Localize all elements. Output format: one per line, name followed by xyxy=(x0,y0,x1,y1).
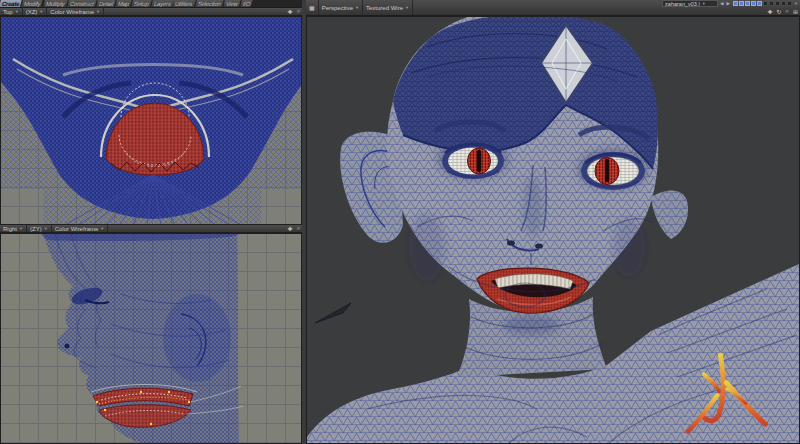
pan-icon[interactable]: ✚ xyxy=(286,225,295,232)
pan-icon[interactable]: ✚ xyxy=(768,8,773,15)
layer-button[interactable] xyxy=(739,1,744,6)
tab-create[interactable]: Create xyxy=(0,0,23,7)
side-shading-label: Color Wireframe xyxy=(55,226,99,232)
tab-utilities[interactable]: Utilities xyxy=(172,0,196,7)
top-shading-select[interactable]: Color Wireframe ▼ xyxy=(47,8,104,15)
header-spacer xyxy=(108,225,285,232)
top-viewport-header: Top ▼ (XZ) ▼ Color Wireframe ▼ ✚ ⌕ xyxy=(0,8,302,16)
prev-layer-icon[interactable]: ◀ xyxy=(720,1,724,6)
side-axis-select[interactable]: (ZY) ▼ xyxy=(27,225,52,232)
tab-map[interactable]: Map xyxy=(115,0,133,7)
layer-button[interactable] xyxy=(763,1,768,6)
pan-icon[interactable]: ✚ xyxy=(286,8,295,15)
left-eye xyxy=(442,143,504,179)
chevron-down-icon: ▼ xyxy=(39,10,43,14)
layer-button[interactable] xyxy=(787,1,792,6)
chevron-down-icon: ▼ xyxy=(15,10,19,14)
side-viewport-header: Right ▼ (ZY) ▼ Color Wireframe ▼ ✚ ⌕ xyxy=(0,225,302,233)
nostril xyxy=(65,344,70,349)
side-axis-label: (ZY) xyxy=(30,226,42,232)
object-filename: zaharan_v03.l xyxy=(665,1,700,7)
magnify-icon[interactable]: ⌕ xyxy=(295,8,302,15)
grid-icon: ▦ xyxy=(309,4,315,11)
tab-io[interactable]: I/O xyxy=(240,0,254,7)
top-viewport-canvas[interactable] xyxy=(0,16,302,225)
tab-construct[interactable]: Construct xyxy=(67,0,98,7)
viewport-nav-icons: ✚ ↻ ⌕ ⊞ xyxy=(662,8,798,16)
layer-bank xyxy=(733,1,792,6)
object-row: zaharan_v03.l ▼ ◀ ▶ xyxy=(662,0,798,8)
perspective-viewport-header: ▦ Perspective ▼ Textured Wire ▼ zaharan_… xyxy=(306,0,800,16)
top-shading-label: Color Wireframe xyxy=(50,9,94,15)
tab-modify[interactable]: Modify xyxy=(22,0,45,7)
perspective-shading-label: Textured Wire xyxy=(366,5,403,11)
next-layer-icon[interactable]: ▶ xyxy=(727,1,731,6)
object-layer-controls: zaharan_v03.l ▼ ◀ ▶ xyxy=(662,0,800,15)
side-shading-select[interactable]: Color Wireframe ▼ xyxy=(52,225,109,232)
tab-setup[interactable]: Setup xyxy=(131,0,152,7)
perspective-viewport-canvas[interactable] xyxy=(306,16,800,444)
chevron-down-icon: ▼ xyxy=(19,227,23,231)
side-view-select[interactable]: Right ▼ xyxy=(0,225,27,232)
top-axis-select[interactable]: (XZ) ▼ xyxy=(23,8,48,15)
perspective-view-select[interactable]: Perspective ▼ xyxy=(319,0,363,15)
layer-button[interactable] xyxy=(781,1,786,6)
layer-button[interactable] xyxy=(745,1,750,6)
chevron-down-icon: ▼ xyxy=(96,10,100,14)
rotate-icon[interactable]: ↻ xyxy=(777,8,782,15)
perspective-viewport-column: ▦ Perspective ▼ Textured Wire ▼ zaharan_… xyxy=(306,0,800,444)
chevron-down-icon: ▼ xyxy=(100,227,104,231)
layer-button[interactable] xyxy=(775,1,780,6)
perspective-shading-select[interactable]: Textured Wire ▼ xyxy=(363,0,413,15)
side-viewport-canvas[interactable] xyxy=(0,233,302,444)
top-view-select[interactable]: Top ▼ xyxy=(0,8,23,15)
tab-layers[interactable]: Layers xyxy=(151,0,175,7)
layer-button[interactable] xyxy=(757,1,762,6)
layer-button[interactable] xyxy=(751,1,756,6)
ear-mass xyxy=(163,294,231,382)
magnify-icon[interactable]: ⌕ xyxy=(786,8,789,15)
modeler-window: Create Modify Multiply Construct Detail … xyxy=(0,0,800,444)
chevron-down-icon: ▼ xyxy=(355,6,359,10)
tab-multiply[interactable]: Multiply xyxy=(43,0,68,7)
tab-selection[interactable]: Selection xyxy=(195,0,225,7)
tab-view[interactable]: View xyxy=(223,0,242,7)
top-view-wireframe xyxy=(1,17,302,225)
magnify-icon[interactable]: ⌕ xyxy=(295,225,302,232)
chevron-down-icon: ▼ xyxy=(44,227,48,231)
layer-button[interactable] xyxy=(769,1,774,6)
layer-button[interactable] xyxy=(733,1,738,6)
chevron-down-icon: ▼ xyxy=(702,2,706,6)
top-axis-label: (XZ) xyxy=(26,9,38,15)
right-eye xyxy=(581,152,645,190)
chevron-down-icon: ▼ xyxy=(405,6,409,10)
side-view-label: Right xyxy=(3,226,17,232)
object-file-select[interactable]: zaharan_v03.l ▼ xyxy=(662,0,718,7)
perspective-view-label: Perspective xyxy=(322,5,353,11)
left-viewport-column: Create Modify Multiply Construct Detail … xyxy=(0,0,302,444)
chevron-down-icon[interactable]: ▼ xyxy=(794,2,798,6)
tab-detail[interactable]: Detail xyxy=(96,0,117,7)
perspective-wireframe xyxy=(307,17,800,444)
header-spacer xyxy=(104,8,286,15)
fit-icon[interactable]: ⊞ xyxy=(793,8,798,15)
top-view-label: Top xyxy=(3,9,13,15)
side-view-wireframe xyxy=(1,234,302,444)
menu-tab-bar: Create Modify Multiply Construct Detail … xyxy=(0,0,302,8)
viewport-grid-icon[interactable]: ▦ xyxy=(306,0,319,15)
